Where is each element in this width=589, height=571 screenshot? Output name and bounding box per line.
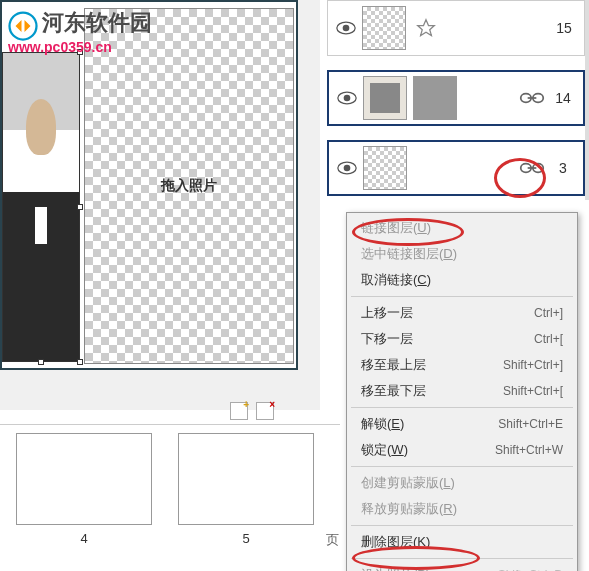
drop-zone[interactable]: 拖入照片 [84,8,294,364]
page-preview [16,433,152,525]
menu-move-up[interactable]: 上移一层Ctrl+] [347,300,577,326]
layer-row-14[interactable]: 14 [327,70,585,126]
layer-number: 3 [551,160,575,176]
selected-photo[interactable] [2,52,80,362]
groom-photo [3,53,79,361]
menu-to-bottom[interactable]: 移至最下层Shift+Ctrl+[ [347,378,577,404]
menu-create-mask: 创建剪贴蒙版(L) [347,470,577,496]
menu-unlink[interactable]: 取消链接(C) [347,267,577,293]
layer-thumbnail [362,6,406,50]
menu-separator [351,407,573,408]
svg-point-2 [343,25,350,32]
delete-page-button[interactable] [256,402,274,420]
visibility-icon[interactable] [337,91,357,105]
drop-placeholder: 拖入照片 [161,177,217,195]
layers-panel: 15 14 3 [327,0,585,210]
context-menu: 链接图层(U) 选中链接图层(D) 取消链接(C) 上移一层Ctrl+] 下移一… [346,212,578,571]
document-toolbar [230,402,274,420]
visibility-icon[interactable] [336,21,356,35]
photo-frame[interactable]: 拖入照片 [0,0,298,370]
menu-separator [351,525,573,526]
layer-mask-thumbnail [413,76,457,120]
page-number: 5 [242,531,249,546]
link-icon[interactable] [519,161,545,175]
resize-handle[interactable] [77,204,83,210]
layer-thumbnail [363,76,407,120]
menu-release-mask: 释放剪贴蒙版(R) [347,496,577,522]
menu-delete-layer[interactable]: 删除图层(K) [347,529,577,555]
layer-number: 15 [552,20,576,36]
menu-separator [351,296,573,297]
page-thumb-5[interactable]: 5 [178,433,314,546]
svg-point-9 [344,165,351,172]
menu-set-photo: 设为照片(P)Shift+Ctrl+D [347,562,577,571]
menu-select-linked: 选中链接图层(D) [347,241,577,267]
svg-point-4 [344,95,351,102]
site-url: www.pc0359.cn [8,39,152,55]
new-page-button[interactable] [230,402,248,420]
resize-handle[interactable] [77,359,83,365]
layer-row-3[interactable]: 3 [327,140,585,196]
menu-separator [351,466,573,467]
svg-point-0 [10,12,37,39]
pages-strip: 4 5 [0,424,340,554]
layer-row-15[interactable]: 15 [327,0,585,56]
watermark: 河东软件园 www.pc0359.cn [8,8,152,55]
layer-number: 14 [551,90,575,106]
site-name: 河东软件园 [42,10,152,35]
canvas-area: 拖入照片 [0,0,320,410]
star-icon[interactable] [416,18,436,38]
visibility-icon[interactable] [337,161,357,175]
page-thumb-4[interactable]: 4 [16,433,152,546]
resize-handle[interactable] [38,359,44,365]
page-number: 4 [80,531,87,546]
layer-thumbnail [363,146,407,190]
scrollbar[interactable] [585,0,589,200]
menu-to-top[interactable]: 移至最上层Shift+Ctrl+] [347,352,577,378]
menu-link-layer: 链接图层(U) [347,215,577,241]
link-icon[interactable] [519,91,545,105]
page-label: 页 [326,531,339,549]
menu-lock[interactable]: 锁定(W)Shift+Ctrl+W [347,437,577,463]
page-preview [178,433,314,525]
logo-icon [8,11,38,41]
menu-separator [351,558,573,559]
menu-unlock[interactable]: 解锁(E)Shift+Ctrl+E [347,411,577,437]
menu-move-down[interactable]: 下移一层Ctrl+[ [347,326,577,352]
